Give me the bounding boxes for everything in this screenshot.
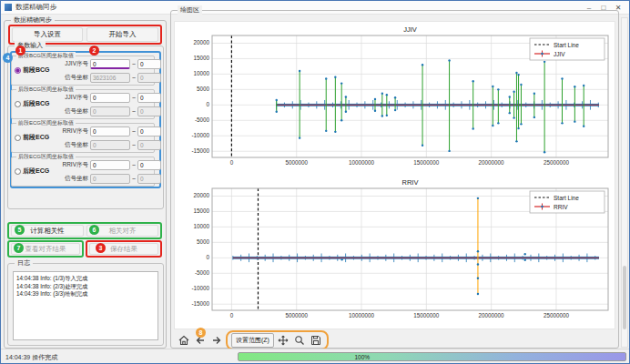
- badge-5: 5: [15, 225, 25, 235]
- pan-icon[interactable]: [277, 333, 290, 347]
- vertical-scrollbar[interactable]: [621, 17, 628, 348]
- svg-text:JJIV: JJIV: [403, 25, 417, 34]
- signal-coord-to-input: 0: [137, 174, 161, 184]
- import-settings-label: 导入设置: [34, 30, 61, 39]
- svg-text:-5000: -5000: [195, 269, 210, 276]
- jjiv-serial-from-input[interactable]: 0: [90, 93, 130, 103]
- field-label: 信号坐标: [59, 175, 88, 183]
- zoom-icon[interactable]: [293, 333, 307, 347]
- rriv-serial-from-input[interactable]: 0: [90, 160, 130, 170]
- badge-7: 7: [14, 243, 24, 253]
- range-separator: ~: [132, 108, 136, 115]
- jjiv-serial-from-input[interactable]: 0: [90, 59, 130, 69]
- svg-text:0: 0: [206, 254, 209, 260]
- badge-4: 4: [3, 53, 13, 63]
- import-settings-button[interactable]: 导入设置: [12, 27, 83, 42]
- signal-coord-to-input: 0: [137, 73, 161, 83]
- plot-area-group: 绘图区 20000150001000050000-5000-10000-1500…: [170, 10, 619, 349]
- svg-text:5000: 5000: [197, 238, 210, 245]
- rriv-serial-to-input[interactable]: 0: [137, 126, 161, 136]
- log-output: 14:04:38 Info: (1/3)导入完成 14:04:38 Info: …: [13, 271, 158, 340]
- svg-text:-15000: -15000: [191, 300, 209, 307]
- radio-label: 前段BCG: [23, 66, 50, 75]
- forward-icon[interactable]: [209, 333, 223, 347]
- badge-6: 6: [89, 225, 99, 235]
- progress-bar: 100%: [238, 352, 626, 361]
- range-separator: ~: [132, 95, 136, 101]
- svg-text:20000000: 20000000: [479, 312, 505, 318]
- app-window: 数据精确同步 – □ ✕ 数据精确同步 导入设置 开始导入 参数输入 前段BCG…: [0, 0, 630, 364]
- range-separator: ~: [132, 162, 136, 168]
- field-label: 信号坐标: [59, 141, 88, 149]
- badge-3: 3: [96, 243, 106, 253]
- jjiv-serial-to-input[interactable]: 0: [137, 59, 161, 69]
- left-panel-title: 数据精确同步: [11, 15, 55, 25]
- svg-text:0: 0: [230, 312, 234, 318]
- signal-coord-from-input: 0: [90, 140, 130, 150]
- svg-text:-15000: -15000: [191, 147, 209, 154]
- radio-label: 后段BCG: [23, 99, 50, 108]
- svg-text:15000000: 15000000: [413, 312, 440, 318]
- svg-text:25000000: 25000000: [544, 159, 570, 166]
- progress-text: 100%: [355, 354, 371, 360]
- calc-correlation-label: 计算相关性: [30, 227, 65, 236]
- rriv-serial-from-input[interactable]: 0: [90, 126, 130, 136]
- range-separator: ~: [132, 142, 136, 148]
- range-separator: ~: [132, 61, 136, 67]
- status-bar: 14:04:39 操作完成 100%: [1, 349, 629, 363]
- set-range-button[interactable]: 设置范围(Z): [231, 333, 274, 348]
- log-group-title: 日志: [15, 258, 33, 268]
- badge-1: 1: [15, 46, 25, 56]
- svg-text:10000000: 10000000: [349, 312, 375, 318]
- svg-text:15000000: 15000000: [413, 159, 440, 166]
- signal-coord-to-input: 0: [137, 140, 161, 150]
- log-line: 14:04:38 Info: (1/3)导入完成: [16, 275, 155, 283]
- radio-label: 前段ECG: [23, 133, 49, 142]
- rriv-serial-to-input[interactable]: 0: [137, 160, 161, 170]
- app-icon: [5, 4, 12, 11]
- svg-text:Start Line: Start Line: [554, 42, 579, 48]
- range-separator: ~: [132, 176, 136, 182]
- field-label: 信号坐标: [59, 74, 88, 82]
- chart-rriv[interactable]: 20000150001000050000-5000-10000-15000050…: [174, 177, 615, 326]
- chart-jjiv[interactable]: 20000150001000050000-5000-10000-15000050…: [174, 24, 615, 173]
- svg-text:20000: 20000: [193, 192, 209, 198]
- badge-8: 8: [196, 328, 206, 338]
- scrollbar-thumb[interactable]: [623, 266, 626, 329]
- svg-text:20000000: 20000000: [479, 159, 505, 166]
- section-front-ecg: 前段ECG区间坐标取值 前段ECG RRIV序号 0 ~ 0 信号坐标 0 ~ …: [11, 123, 155, 153]
- svg-text:5000000: 5000000: [285, 312, 308, 318]
- svg-text:5000: 5000: [197, 86, 210, 92]
- svg-text:10000000: 10000000: [349, 159, 375, 166]
- svg-text:25000000: 25000000: [544, 312, 570, 318]
- signal-coord-from-input: 0: [90, 106, 130, 116]
- view-align-result-label: 查看对齐结果: [25, 245, 66, 254]
- radio-icon: [15, 101, 21, 107]
- signal-coord-from-input: 3623106: [90, 73, 130, 83]
- save-icon[interactable]: [310, 333, 323, 347]
- radio-front-ecg[interactable]: 前段ECG: [15, 133, 49, 142]
- section-rear-ecg: 后段ECG区间坐标取值 后段ECG RRIV序号 0 ~ 0 信号坐标 0 ~ …: [11, 157, 155, 187]
- svg-text:15000: 15000: [193, 207, 209, 214]
- svg-text:15000: 15000: [193, 55, 209, 61]
- jjiv-serial-to-input[interactable]: 0: [137, 93, 161, 103]
- svg-text:Start Line: Start Line: [554, 195, 579, 201]
- radio-rear-bcg[interactable]: 后段BCG: [15, 99, 50, 108]
- svg-text:-5000: -5000: [195, 116, 210, 123]
- radio-icon: [15, 67, 21, 74]
- radio-front-bcg[interactable]: 前段BCG: [15, 66, 50, 75]
- radio-label: 后段ECG: [23, 167, 49, 176]
- section-rear-bcg: 后段BCG区间坐标取值 后段BCG JJIV序号 0 ~ 0 信号坐标 0 ~ …: [11, 89, 155, 119]
- radio-rear-ecg[interactable]: 后段ECG: [15, 167, 49, 176]
- range-annotation-box: 设置范围(Z): [226, 330, 329, 350]
- field-label: RRIV序号: [59, 127, 88, 136]
- log-group: 日志 14:04:38 Info: (1/3)导入完成 14:04:38 Inf…: [7, 263, 164, 346]
- svg-text:RRIV: RRIV: [554, 204, 568, 210]
- badge-2: 2: [89, 46, 99, 56]
- start-import-button[interactable]: 开始导入: [86, 27, 158, 42]
- params-group: 参数输入 前段BCG区间坐标取值 前段BCG JJIV序号 0 ~ 0 信号坐标…: [7, 46, 164, 209]
- field-label: JJIV序号: [59, 60, 88, 68]
- start-import-label: 开始导入: [109, 30, 137, 39]
- home-icon[interactable]: [177, 333, 190, 347]
- status-text: 14:04:39 操作完成: [5, 353, 57, 362]
